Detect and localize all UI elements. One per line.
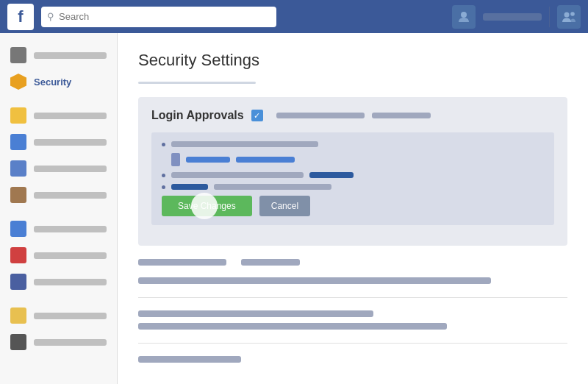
sidebar-label-security: Security [34, 77, 71, 88]
sidebar-item-6[interactable] [0, 182, 117, 208]
svg-point-1 [564, 12, 570, 17]
phone-icon [171, 153, 180, 166]
login-approvals-inner-card: Save Changes Cancel [151, 132, 554, 225]
divider-3 [138, 343, 567, 346]
search-bar[interactable]: ⚲ [41, 7, 276, 27]
content-bar-4 [138, 323, 447, 330]
sidebar-item-5[interactable] [0, 155, 117, 182]
sidebar-label-9 [34, 279, 107, 285]
dark-blue-bar-1 [309, 172, 354, 178]
sidebar-icon-1 [10, 47, 26, 63]
svg-point-0 [461, 12, 467, 18]
user-name-bar [483, 13, 542, 21]
bullet-row-1 [162, 141, 544, 147]
content-bar-row-1 [138, 259, 567, 266]
sidebar-item-9[interactable] [0, 269, 117, 295]
sidebar-item-4[interactable] [0, 129, 117, 155]
blue-bar-1 [186, 157, 230, 163]
sidebar-icon-3 [10, 107, 26, 124]
divider-2 [138, 297, 567, 300]
content-section-1 [138, 259, 567, 284]
bullet-bar-3a [214, 184, 331, 190]
sidebar-icon-11 [10, 334, 26, 350]
section-divider-top [138, 82, 256, 84]
page-title: Security Settings [138, 51, 567, 70]
blue-bar-2 [236, 157, 295, 163]
sidebar-label-11 [34, 339, 107, 346]
content-section-3 [138, 356, 567, 363]
content-section-2 [138, 310, 567, 330]
sidebar-icon-4 [10, 134, 26, 150]
content-bar-1b [241, 259, 300, 266]
sidebar-label-5 [34, 166, 107, 172]
header: f ⚲ [0, 0, 588, 33]
login-approvals-title: Login Approvals [151, 109, 244, 122]
sidebar-label-6 [34, 192, 107, 199]
header-right [452, 5, 581, 29]
bullet-dot-3 [162, 185, 165, 189]
content-bar-5 [138, 356, 241, 363]
sidebar-item-8[interactable] [0, 242, 117, 269]
save-button[interactable]: Save Changes [162, 196, 252, 216]
sidebar-icon-5 [10, 160, 26, 177]
sidebar-label-4 [34, 139, 107, 146]
inline-content-row [162, 153, 544, 166]
sidebar-item-3[interactable] [0, 102, 117, 129]
sidebar-item-10[interactable] [0, 302, 117, 329]
desc-bar-1 [276, 113, 365, 118]
sidebar-label-8 [34, 252, 107, 259]
bullet-row-3 [162, 184, 544, 190]
sidebar-icon-8 [10, 247, 26, 263]
sidebar-item-7[interactable] [0, 216, 117, 242]
dark-blue-bar-2 [171, 184, 208, 190]
facebook-logo[interactable]: f [7, 4, 34, 30]
content-bar-1a [138, 259, 226, 266]
login-approvals-card: Login Approvals ✓ [138, 97, 567, 246]
sidebar-item-11[interactable] [0, 329, 117, 355]
content-bar-2 [138, 277, 491, 284]
avatar[interactable] [452, 5, 476, 29]
search-input[interactable] [59, 11, 270, 22]
login-approvals-checkbox[interactable]: ✓ [251, 110, 263, 121]
sidebar-icon-9 [10, 274, 26, 290]
sidebar-label-1 [34, 52, 107, 59]
svg-point-2 [570, 12, 575, 16]
sidebar-label-10 [34, 313, 107, 319]
content-bar-3 [138, 310, 373, 317]
button-row: Save Changes Cancel [162, 196, 544, 216]
bullet-bar-1a [171, 141, 318, 147]
sidebar: Security [0, 33, 118, 384]
search-icon: ⚲ [47, 11, 54, 22]
bullet-dot-1 [162, 143, 165, 146]
sidebar-label-3 [34, 113, 107, 119]
desc-bar-2 [372, 113, 431, 118]
bullet-dot-2 [162, 174, 165, 177]
sidebar-item-security[interactable]: Security [0, 68, 117, 95]
sidebar-icon-security [10, 74, 26, 90]
bullet-row-2 [162, 172, 544, 178]
layout: Security [0, 33, 588, 384]
sidebar-icon-10 [10, 307, 26, 324]
sidebar-label-7 [34, 226, 107, 232]
bullet-bar-2a [171, 172, 304, 178]
sidebar-icon-7 [10, 221, 26, 237]
cancel-button[interactable]: Cancel [259, 196, 310, 216]
login-approvals-header: Login Approvals ✓ [151, 109, 554, 122]
friend-icon[interactable] [557, 5, 581, 29]
header-divider [549, 7, 550, 27]
main-content: Security Settings Login Approvals ✓ [118, 33, 588, 384]
sidebar-icon-6 [10, 187, 26, 203]
sidebar-item-1[interactable] [0, 42, 117, 68]
